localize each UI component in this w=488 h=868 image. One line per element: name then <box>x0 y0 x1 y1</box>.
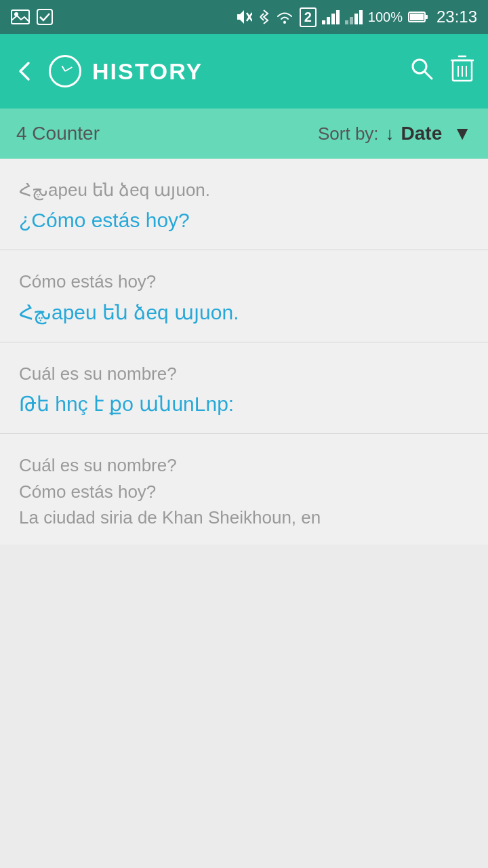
list-item[interactable]: Cuál es su nombre? Cómo estás hoy? La ci… <box>0 434 488 545</box>
sort-control[interactable]: Sort by: ↓ Date ▼ <box>318 123 472 144</box>
svg-point-7 <box>283 21 286 24</box>
svg-rect-14 <box>354 14 358 24</box>
svg-rect-8 <box>322 20 325 24</box>
sim2-badge: 2 <box>300 7 317 27</box>
status-left-icons <box>11 9 53 25</box>
mute-icon <box>235 9 252 25</box>
check-icon <box>37 9 53 25</box>
list-item[interactable]: Cuál es su nombre? Թե hnç է քo անunLnp: <box>0 342 488 434</box>
svg-rect-17 <box>410 14 424 20</box>
source-text: Cómo estás hoy? <box>19 269 469 294</box>
image-icon <box>11 9 30 24</box>
wifi-icon <box>275 9 294 24</box>
translated-text: ¿Cómo estás hoy? <box>19 206 469 235</box>
svg-line-5 <box>260 14 264 17</box>
status-bar: 2 100% 23:13 <box>0 0 488 34</box>
clock-icon <box>49 55 81 87</box>
sort-direction-icon: ↓ <box>386 123 394 144</box>
source-text-2: Cómo estás hoy? <box>19 479 469 504</box>
clock-hand-min <box>65 66 73 72</box>
svg-rect-13 <box>350 17 353 24</box>
signal-icon <box>322 9 340 24</box>
search-button[interactable] <box>409 56 434 87</box>
app-bar-title-group: HISTORY <box>49 55 409 87</box>
filter-bar: 4 Counter Sort by: ↓ Date ▼ <box>0 108 488 159</box>
battery-percent: 100% <box>368 9 403 25</box>
status-time: 23:13 <box>436 7 477 26</box>
list-item[interactable]: Հںچapeu են ձeq այuon. ¿Cómo estás hoy? <box>0 159 488 250</box>
app-bar-title: HISTORY <box>92 58 203 85</box>
source-text: Cuál es su nombre? <box>19 361 469 386</box>
svg-rect-18 <box>425 15 428 19</box>
counter-label: 4 Counter <box>16 123 318 144</box>
svg-rect-12 <box>345 20 348 24</box>
history-list: Հںچapeu են ձeq այuon. ¿Cómo estás hoy? C… <box>0 159 488 545</box>
list-item[interactable]: Cómo estás hoy? Հںچapeu են ձeq այuon. <box>0 250 488 342</box>
signal2-icon <box>345 9 363 24</box>
empty-area <box>0 545 488 868</box>
svg-rect-0 <box>12 10 29 24</box>
svg-rect-2 <box>37 9 52 24</box>
svg-rect-15 <box>359 10 363 24</box>
dropdown-arrow-icon: ▼ <box>453 123 472 144</box>
sort-value: Date <box>401 123 443 144</box>
svg-rect-10 <box>331 14 335 24</box>
app-bar: HISTORY <box>0 34 488 108</box>
sync-icon <box>258 9 270 25</box>
svg-line-20 <box>425 72 432 79</box>
delete-button[interactable] <box>450 55 474 88</box>
back-button[interactable] <box>14 60 35 82</box>
sort-by-label: Sort by: <box>318 123 379 144</box>
battery-icon <box>408 11 428 23</box>
translated-text: Հںچapeu են ձeq այuon. <box>19 298 469 327</box>
status-right-icons: 2 100% 23:13 <box>235 7 477 27</box>
translated-text: La ciudad siria de Khan Sheikhoun, en <box>19 505 469 530</box>
source-text: Cuál es su nombre? <box>19 453 469 477</box>
source-text: Հںچapeu են ձeq այuon. <box>19 178 469 202</box>
svg-rect-9 <box>327 17 330 24</box>
svg-line-6 <box>260 17 264 20</box>
svg-rect-11 <box>336 10 340 24</box>
app-bar-actions <box>409 55 474 88</box>
translated-text: Թե hnç է քo անunLnp: <box>19 390 469 418</box>
